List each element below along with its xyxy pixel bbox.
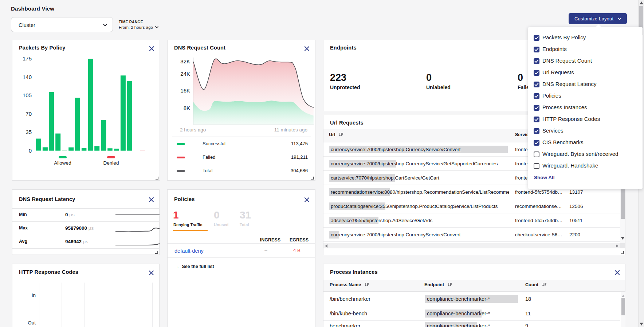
svg-text:16K: 16K [180, 87, 190, 94]
svg-text:0: 0 [29, 147, 32, 154]
svg-text:32K: 32K [180, 58, 190, 64]
svg-text:Allowed: Allowed [54, 160, 71, 166]
svg-text:105: 105 [23, 92, 32, 98]
svg-text:24K: 24K [180, 71, 190, 77]
svg-text:35: 35 [25, 129, 32, 135]
svg-text:11 minutes ago: 11 minutes ago [274, 127, 307, 133]
svg-text:175: 175 [23, 55, 32, 62]
svg-text:8K: 8K [184, 105, 190, 111]
svg-text:140: 140 [23, 74, 32, 80]
svg-text:2 hours ago: 2 hours ago [180, 127, 206, 133]
svg-text:70: 70 [25, 111, 32, 117]
svg-text:Denied: Denied [103, 160, 119, 166]
